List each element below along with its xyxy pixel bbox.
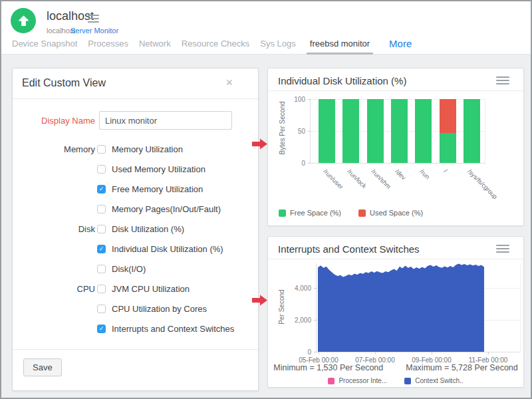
checkbox-unchecked[interactable] <box>97 165 106 174</box>
x-axis-label: /run/shm <box>370 168 392 190</box>
area-chart-plot: 02,0004,00005-Feb 00:0007-Feb 00:0009-Fe… <box>316 263 521 352</box>
bar-chart-plot: 050100/run/user/run/lock/run/shm/dev/run… <box>310 99 485 164</box>
dialog-footer: Save <box>13 349 258 390</box>
checkbox-row: CPUJVM CPU Utilization <box>13 279 258 299</box>
interrupts-context-switches-chart-card: Interrupts and Context Switches Per Seco… <box>267 236 524 388</box>
stacked-bar <box>367 99 384 163</box>
maximum-annotation: Maximum = 5,728 Per Second <box>406 363 518 372</box>
legend-swatch <box>279 209 286 217</box>
tab-freebsd-monitor[interactable]: freebsd monitor <box>307 36 373 55</box>
x-tick-mark <box>375 352 376 354</box>
chart-title: Individual Disk Utilization (%) <box>278 75 406 86</box>
legend-item[interactable]: Free Space (%) <box>279 209 341 217</box>
disk-utilization-chart-card: Individual Disk Utilization (%) Bytes Pe… <box>267 68 524 226</box>
x-tick-mark <box>319 352 319 354</box>
legend-item[interactable]: Processor Inte... <box>328 377 387 384</box>
y-tick-label: 0 <box>283 160 305 167</box>
checkbox-label: Free Memory Utilization <box>112 184 203 194</box>
nav-tabs: Device SnapshotProcessesNetworkResource … <box>12 36 525 55</box>
minimum-annotation: Minimum = 1,530 Per Second <box>273 363 383 372</box>
legend-label: Processor Inte... <box>338 377 387 384</box>
checkbox-label: Disk Utilization (%) <box>112 224 184 234</box>
x-axis-label: /dev <box>394 168 408 181</box>
chart-legend: Free Space (%)Used Space (%) <box>279 209 423 217</box>
bar-segment-free <box>319 99 335 163</box>
checkbox-label: Memory Pages(In/Out/Fault) <box>112 204 221 214</box>
bar-segment-free <box>415 99 432 163</box>
y-tick-mark <box>308 163 311 164</box>
bar-segment-used <box>440 99 456 133</box>
bar-segment-free <box>342 99 359 163</box>
y-tick-label: 100 <box>283 96 305 103</box>
hamburger-icon[interactable] <box>88 15 99 23</box>
breadcrumb-server-monitor-link[interactable]: Server Monitor <box>70 27 118 35</box>
tab-processes[interactable]: Processes <box>88 36 128 55</box>
tab-more[interactable]: More <box>389 36 412 55</box>
context-switches-area-series <box>317 263 521 352</box>
checkbox-unchecked[interactable] <box>97 285 106 293</box>
legend-label: Free Space (%) <box>290 209 341 217</box>
checkbox-label: Individual Disk Utilization (%) <box>112 244 223 254</box>
close-icon[interactable]: × <box>225 76 233 89</box>
legend-item[interactable]: Context Switch.. <box>404 377 463 384</box>
chart-legend: Processor Inte...Context Switch.. <box>268 377 523 384</box>
dialog-title: Edit Custom View <box>22 77 106 89</box>
tab-device-snapshot[interactable]: Device Snapshot <box>12 36 77 55</box>
legend-label: Used Space (%) <box>370 209 423 217</box>
group-label: Memory <box>13 144 95 154</box>
legend-label: Context Switch.. <box>415 377 463 384</box>
stacked-bar <box>415 99 432 163</box>
edit-custom-view-dialog: Edit Custom View × Display Name MemoryMe… <box>12 68 259 391</box>
x-tick-mark <box>432 352 432 354</box>
checkbox-row: ✓Individual Disk Utilization (%) <box>13 239 258 259</box>
checkbox-label: Interrupts and Context Switches <box>112 324 234 334</box>
up-arrow-icon <box>18 15 29 27</box>
x-axis-label: /run/lock <box>346 168 368 190</box>
checkbox-checked[interactable]: ✓ <box>97 245 106 253</box>
tab-resource-checks[interactable]: Resource Checks <box>182 36 250 55</box>
chart-menu-hamburger-icon[interactable] <box>496 245 509 255</box>
legend-item[interactable]: Used Space (%) <box>358 209 423 217</box>
y-tick-label: 4,000 <box>289 285 311 292</box>
y-tick-label: 50 <box>283 128 305 135</box>
stacked-bar <box>464 99 480 163</box>
checkbox-checked[interactable]: ✓ <box>97 185 106 194</box>
checkbox-unchecked[interactable] <box>97 305 106 313</box>
dialog-header: Edit Custom View × <box>13 68 258 99</box>
checkbox-unchecked[interactable] <box>97 205 106 213</box>
checkbox-unchecked[interactable] <box>97 265 106 273</box>
x-axis-label: /run <box>418 168 431 180</box>
x-axis-label: /sys/fs/cgroup <box>467 168 499 200</box>
bar-segment-free <box>391 99 408 163</box>
checkbox-unchecked[interactable] <box>97 145 106 154</box>
bar-segment-free <box>440 133 456 163</box>
tab-network[interactable]: Network <box>139 36 171 55</box>
x-axis-label: /run/user <box>322 168 344 190</box>
checkbox-label: Used Memory Utilization <box>112 164 205 174</box>
min-max-annotations: Minimum = 1,530 Per Second Maximum = 5,7… <box>268 363 523 372</box>
group-label: Disk <box>13 224 95 234</box>
x-tick-mark <box>488 352 489 354</box>
page-title: localhost <box>47 9 94 23</box>
bar-segment-free <box>367 99 384 163</box>
y-tick-label: 0 <box>289 348 311 356</box>
checkbox-label: CPU Utilization by Cores <box>112 304 207 314</box>
stacked-bar <box>319 99 335 163</box>
legend-swatch <box>328 378 334 384</box>
chart-menu-hamburger-icon[interactable] <box>496 76 509 86</box>
checkbox-label: JVM CPU Utilization <box>112 284 190 294</box>
checkbox-row: Disk(I/O) <box>13 259 258 279</box>
y-axis-label: Per Second <box>278 284 285 331</box>
bar-segment-free <box>464 99 480 163</box>
save-button[interactable]: Save <box>23 358 62 376</box>
metric-checkbox-list: MemoryMemory UtilizationUsed Memory Util… <box>13 139 258 338</box>
checkbox-unchecked[interactable] <box>97 225 106 233</box>
tab-sys-logs[interactable]: Sys Logs <box>260 36 295 55</box>
checkbox-checked[interactable]: ✓ <box>97 325 106 333</box>
display-name-input[interactable] <box>99 111 232 130</box>
y-tick-mark <box>308 131 311 132</box>
legend-swatch <box>404 378 411 384</box>
checkbox-row: Memory Pages(In/Out/Fault) <box>13 199 258 219</box>
stacked-bar <box>342 99 359 163</box>
display-name-label: Display Name <box>13 116 95 126</box>
